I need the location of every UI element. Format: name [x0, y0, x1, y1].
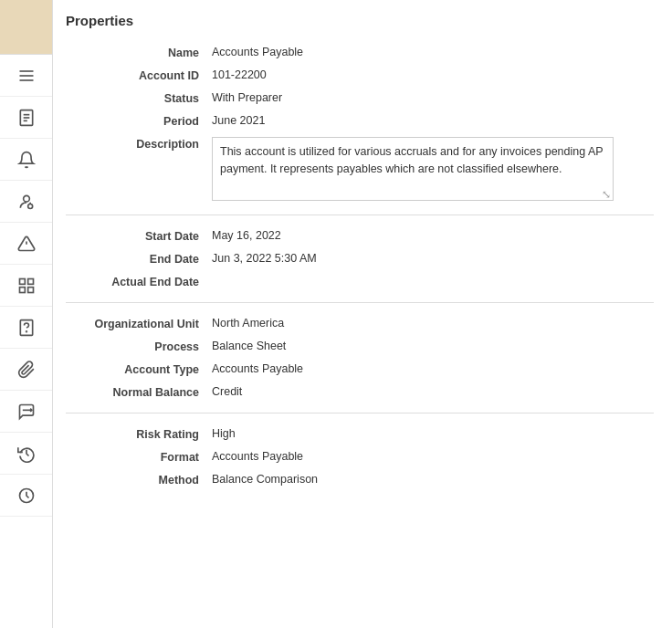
process-value: Balance Sheet	[212, 340, 654, 352]
description-row: Description This account is utilized for…	[66, 132, 654, 205]
svg-rect-12	[19, 278, 25, 284]
risk-rating-value: High	[212, 427, 654, 440]
history-icon[interactable]	[0, 433, 52, 475]
svg-rect-13	[27, 278, 33, 284]
risk-rating-label: Risk Rating	[66, 427, 212, 441]
end-date-label: End Date	[66, 252, 212, 266]
normal-balance-row: Normal Balance Credit	[66, 381, 654, 403]
bell-icon[interactable]	[0, 139, 52, 181]
risk-rating-row: Risk Rating High	[66, 423, 654, 445]
sidebar-logo-area	[0, 0, 52, 55]
period-label: Period	[66, 114, 212, 128]
period-row: Period June 2021	[66, 110, 654, 132]
comment-refresh-icon[interactable]	[0, 391, 52, 433]
svg-point-7	[23, 195, 29, 202]
account-id-label: Account ID	[66, 68, 212, 82]
method-label: Method	[66, 473, 212, 487]
actual-end-date-row: Actual End Date	[66, 270, 654, 293]
account-type-row: Account Type Accounts Payable	[66, 358, 654, 381]
properties-section: Name Accounts Payable Account ID 101-222…	[66, 41, 654, 491]
paperclip-icon[interactable]	[0, 349, 52, 391]
divider-1	[66, 215, 654, 215]
start-date-label: Start Date	[66, 229, 212, 243]
org-unit-row: Organizational Unit North America	[66, 312, 654, 335]
list-icon[interactable]	[0, 55, 52, 97]
document-icon[interactable]	[0, 97, 52, 139]
svg-rect-14	[19, 287, 25, 292]
format-value: Accounts Payable	[212, 450, 654, 463]
status-label: Status	[66, 91, 212, 105]
account-type-label: Account Type	[66, 362, 212, 376]
format-row: Format Accounts Payable	[66, 445, 654, 468]
account-id-row: Account ID 101-22200	[66, 64, 654, 87]
actual-end-date-label: Actual End Date	[66, 275, 212, 288]
name-row: Name Accounts Payable	[66, 41, 654, 64]
normal-balance-label: Normal Balance	[66, 385, 212, 399]
org-unit-value: North America	[212, 317, 654, 330]
format-label: Format	[66, 450, 212, 464]
end-date-row: End Date Jun 3, 2022 5:30 AM	[66, 247, 654, 270]
description-value: This account is utilized for various acc…	[212, 137, 654, 201]
process-row: Process Balance Sheet	[66, 335, 654, 358]
process-label: Process	[66, 340, 212, 353]
warning-icon[interactable]	[0, 223, 52, 265]
description-label: Description	[66, 137, 212, 151]
end-date-value: Jun 3, 2022 5:30 AM	[212, 252, 654, 265]
account-id-value: 101-22200	[212, 68, 654, 81]
svg-point-8	[27, 204, 32, 208]
description-text: This account is utilized for various acc…	[220, 145, 603, 175]
grid-icon[interactable]	[0, 265, 52, 307]
user-settings-icon[interactable]	[0, 181, 52, 223]
svg-rect-15	[27, 287, 33, 292]
sidebar	[0, 0, 53, 628]
question-doc-icon[interactable]	[0, 307, 52, 349]
name-value: Accounts Payable	[212, 46, 654, 58]
period-value: June 2021	[212, 114, 654, 127]
method-value: Balance Comparison	[212, 473, 654, 486]
start-date-value: May 16, 2022	[212, 229, 654, 242]
account-type-value: Accounts Payable	[212, 362, 654, 375]
normal-balance-value: Credit	[212, 385, 654, 398]
divider-3	[66, 413, 654, 413]
clock-settings-icon[interactable]	[0, 475, 52, 517]
page-title: Properties	[66, 13, 654, 28]
start-date-row: Start Date May 16, 2022	[66, 225, 654, 247]
org-unit-label: Organizational Unit	[66, 317, 212, 330]
method-row: Method Balance Comparison	[66, 468, 654, 491]
svg-point-17	[26, 330, 26, 331]
status-value: With Preparer	[212, 91, 654, 104]
divider-2	[66, 302, 654, 303]
description-box[interactable]: This account is utilized for various acc…	[212, 137, 614, 201]
status-row: Status With Preparer	[66, 87, 654, 110]
resize-handle-icon: ⤡	[602, 189, 611, 198]
name-label: Name	[66, 46, 212, 59]
main-content: Properties Name Accounts Payable Account…	[53, 0, 672, 628]
